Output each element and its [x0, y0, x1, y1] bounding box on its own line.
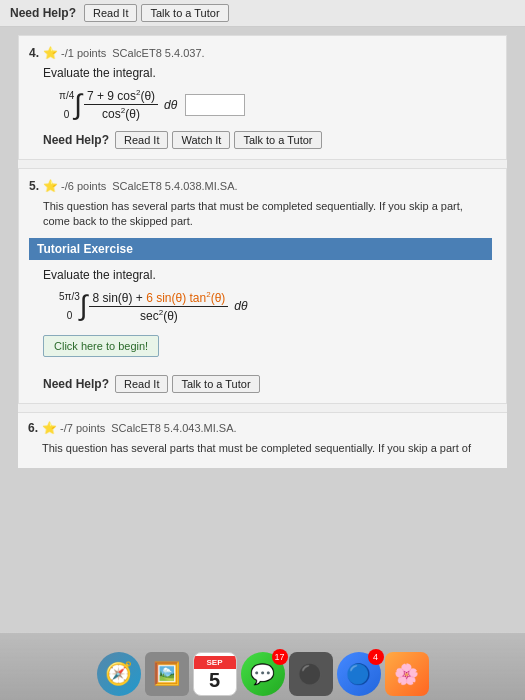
- calendar-month: SEP: [194, 656, 236, 669]
- generic2-icon: 🔵: [346, 662, 371, 686]
- dock-icon-safari[interactable]: 🧭: [97, 652, 141, 696]
- fraction-4: 7 + 9 cos2(θ) cos2(θ): [84, 88, 158, 121]
- dock-icon-messages[interactable]: 💬 17: [241, 652, 285, 696]
- upper-limit-4: π/4: [59, 90, 74, 101]
- dock-icon-photo[interactable]: 🖼️: [145, 652, 189, 696]
- click-here-container: Click here to begin!: [29, 329, 492, 365]
- talk-to-tutor-top-button[interactable]: Talk to a Tutor: [141, 4, 228, 22]
- question-6-note: This question has several parts that mus…: [42, 441, 493, 456]
- question-4-points: -/1 points: [61, 47, 106, 59]
- messages-badge: 17: [272, 649, 288, 665]
- question-5-points: -/6 points: [61, 180, 106, 192]
- question-4-help-row: Need Help? Read It Watch It Talk to a Tu…: [43, 131, 492, 149]
- question-4-header: 4. ⭐ -/1 points SCalcET8 5.4.037.: [29, 46, 492, 60]
- numerator-5: 8 sin(θ) + 6 sin(θ) tan2(θ): [89, 290, 228, 307]
- fraction-5: 8 sin(θ) + 6 sin(θ) tan2(θ) sec2(θ): [89, 290, 228, 323]
- page-wrapper: Need Help? Read It Talk to a Tutor 4. ⭐ …: [0, 0, 525, 700]
- numerator-4: 7 + 9 cos2(θ): [84, 88, 158, 105]
- integral-5-container: 5π/3 0 ∫ 8 sin(θ) + 6 sin(θ) tan2(θ) sec…: [59, 290, 492, 323]
- watch-it-4-button[interactable]: Watch It: [172, 131, 230, 149]
- read-it-top-button[interactable]: Read It: [84, 4, 137, 22]
- generic3-icon: 🌸: [394, 662, 419, 686]
- lower-limit-4: 0: [64, 109, 70, 120]
- integral-symbol-5: ∫: [80, 292, 88, 320]
- need-help-4-label: Need Help?: [43, 133, 109, 147]
- content-area: 4. ⭐ -/1 points SCalcET8 5.4.037. Evalua…: [18, 35, 507, 468]
- generic2-badge: 4: [368, 649, 384, 665]
- photo-icon: 🖼️: [153, 661, 180, 687]
- click-here-button[interactable]: Click here to begin!: [43, 335, 159, 357]
- star-icon-5: ⭐: [43, 179, 58, 193]
- need-help-5-label: Need Help?: [43, 377, 109, 391]
- question-5-block: 5. ⭐ -/6 points SCalcET8 5.4.038.MI.SA. …: [18, 168, 507, 404]
- question-4-block: 4. ⭐ -/1 points SCalcET8 5.4.037. Evalua…: [18, 35, 507, 160]
- question-4-math: π/4 0 ∫ 7 + 9 cos2(θ) cos2(θ) dθ: [59, 88, 492, 121]
- question-6-number: 6.: [28, 421, 38, 435]
- dock-icon-generic2[interactable]: 🔵 4: [337, 652, 381, 696]
- question-5-math: 5π/3 0 ∫ 8 sin(θ) + 6 sin(θ) tan2(θ) sec…: [59, 290, 492, 323]
- answer-input-4[interactable]: [185, 94, 245, 116]
- question-5-number: 5.: [29, 179, 39, 193]
- question-4-instruction: Evaluate the integral.: [43, 66, 492, 80]
- read-it-5-button[interactable]: Read It: [115, 375, 168, 393]
- question-5-help-row: Need Help? Read It Talk to a Tutor: [43, 375, 492, 393]
- read-it-4-button[interactable]: Read It: [115, 131, 168, 149]
- question-6-block: 6. ⭐ -/7 points SCalcET8 5.4.043.MI.SA. …: [18, 412, 507, 468]
- question-6-header: 6. ⭐ -/7 points SCalcET8 5.4.043.MI.SA.: [28, 421, 493, 435]
- denominator-5: sec2(θ): [137, 307, 181, 323]
- lower-limit-5: 0: [67, 310, 73, 321]
- talk-to-tutor-5-button[interactable]: Talk to a Tutor: [172, 375, 259, 393]
- question-5-id: SCalcET8 5.4.038.MI.SA.: [112, 180, 237, 192]
- dock-icon-generic1[interactable]: ⚫: [289, 652, 333, 696]
- question-4-id: SCalcET8 5.4.037.: [112, 47, 204, 59]
- denominator-4: cos2(θ): [99, 105, 143, 121]
- star-icon-4: ⭐: [43, 46, 58, 60]
- macos-dock: 🧭 🖼️ SEP 5 💬 17 ⚫ 🔵 4: [0, 632, 525, 700]
- dock-icons-container: 🧭 🖼️ SEP 5 💬 17 ⚫ 🔵 4: [97, 652, 429, 696]
- dock-icon-calendar[interactable]: SEP 5: [193, 652, 237, 696]
- generic1-icon: ⚫: [298, 662, 323, 686]
- calendar-day: 5: [194, 669, 236, 692]
- question-6-points: -/7 points: [60, 422, 105, 434]
- tutorial-header-5: Tutorial Exercise: [29, 238, 492, 260]
- variable-5: dθ: [234, 299, 247, 313]
- question-5-header: 5. ⭐ -/6 points SCalcET8 5.4.038.MI.SA.: [29, 179, 492, 193]
- integral-4-container: π/4 0 ∫ 7 + 9 cos2(θ) cos2(θ) dθ: [59, 88, 492, 121]
- need-help-top: Need Help?: [10, 6, 76, 20]
- question-5-note: This question has several parts that mus…: [43, 199, 492, 230]
- question-4-number: 4.: [29, 46, 39, 60]
- variable-4: dθ: [164, 98, 177, 112]
- messages-icon: 💬: [250, 662, 275, 686]
- top-bar: Need Help? Read It Talk to a Tutor: [0, 0, 525, 27]
- integral-symbol-4: ∫: [74, 91, 82, 119]
- dock-icon-generic3[interactable]: 🌸: [385, 652, 429, 696]
- safari-icon: 🧭: [105, 661, 132, 687]
- star-icon-6: ⭐: [42, 421, 57, 435]
- upper-limit-5: 5π/3: [59, 291, 80, 302]
- talk-to-tutor-4-button[interactable]: Talk to a Tutor: [234, 131, 321, 149]
- question-6-id: SCalcET8 5.4.043.MI.SA.: [111, 422, 236, 434]
- question-5-instruction: Evaluate the integral.: [43, 268, 492, 282]
